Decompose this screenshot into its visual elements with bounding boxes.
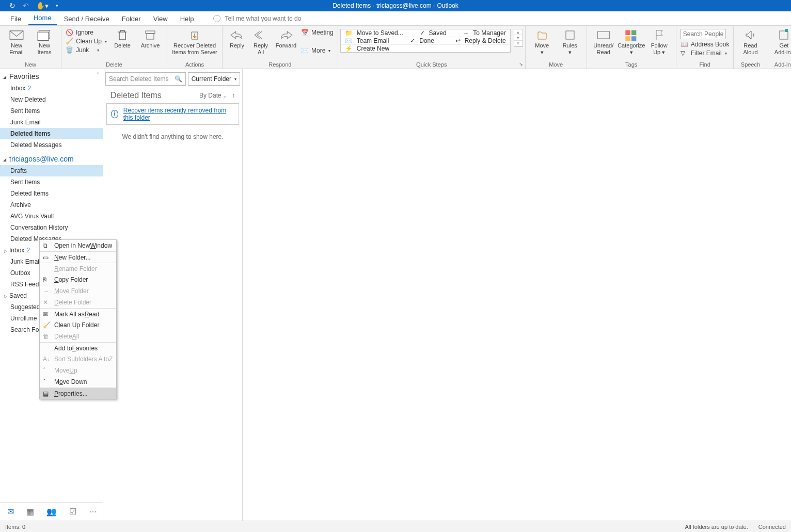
tab-folder[interactable]: Folder <box>117 12 146 25</box>
tab-help[interactable]: Help <box>175 12 199 25</box>
svg-rect-5 <box>566 31 574 39</box>
group-respond: Reply Reply All Forward 📅Meeting ✉️More▾… <box>223 26 338 69</box>
archive-button[interactable]: Archive <box>138 28 163 49</box>
undo-icon[interactable]: ↶ <box>23 2 29 10</box>
svg-rect-12 <box>785 29 788 32</box>
folder-context-menu: ⧉Open in New Window▭New Folder...Rename … <box>39 239 117 399</box>
ctx-clean-up-folder[interactable]: 🧹Clean Up Folder <box>40 319 116 331</box>
ctx-mark-all-as-read[interactable]: ✉Mark All as Read <box>40 308 116 319</box>
ctx-copy-folder[interactable]: ⎘Copy Folder <box>40 274 116 285</box>
up-icon: ˄ <box>43 367 50 374</box>
filter-email-button[interactable]: ▽Filter Email▾ <box>681 50 730 57</box>
group-new-label: New <box>4 60 57 69</box>
search-scope-dropdown[interactable]: Current Folder▾ <box>188 72 240 86</box>
sort-icon: A↓ <box>43 356 50 363</box>
group-actions: Recover Deleted Items from Server Action… <box>167 26 223 69</box>
window-title: Deleted Items - triciagoss@live.com - Ou… <box>333 2 458 9</box>
group-delete-label: Delete <box>66 60 163 69</box>
props-icon: ▤ <box>43 390 50 397</box>
tasks-icon[interactable]: ☑ <box>69 507 76 517</box>
copy-icon: ⎘ <box>43 276 50 283</box>
delete-button[interactable]: Delete <box>110 28 135 49</box>
more-nav-icon[interactable]: ⋯ <box>89 507 97 517</box>
tab-send-receive[interactable]: Send / Receive <box>59 12 115 25</box>
qat-dropdown-icon[interactable]: ▾ <box>56 3 58 8</box>
quicksteps-panel[interactable]: 📁Move to Saved...✓Saved→To Manager ✉️Tea… <box>340 29 511 53</box>
sort-button[interactable]: By Date ⌄ <box>199 92 227 99</box>
tree-deleted-items[interactable]: Deleted Items <box>0 188 103 199</box>
fav-junk-email[interactable]: Junk Email <box>0 117 103 128</box>
group-find: 📖Address Book ▽Filter Email▾ Find <box>676 26 734 69</box>
reply-button[interactable]: Reply <box>227 28 247 49</box>
svg-rect-2 <box>38 32 49 40</box>
group-respond-label: Respond <box>227 60 334 69</box>
fav-deleted-items[interactable]: Deleted Items <box>0 128 103 139</box>
message-list-pane: Search Deleted Items🔍 Current Folder▾ De… <box>103 69 243 521</box>
account-header[interactable]: triciagoss@live.com <box>0 151 103 165</box>
tab-view[interactable]: View <box>148 12 173 25</box>
fav-new-deleted[interactable]: New Deleted <box>0 94 103 105</box>
tree-archive[interactable]: Archive <box>0 199 103 211</box>
ctx-move-down[interactable]: ˅Move Down <box>40 376 116 388</box>
forward-button[interactable]: Forward <box>274 28 298 49</box>
ctx-add-to-favorites[interactable]: Add to Favorites <box>40 342 116 353</box>
junk-button[interactable]: 🗑️Junk▾ <box>66 46 107 54</box>
lightbulb-icon <box>213 15 220 22</box>
sort-ascending-icon[interactable]: ↑ <box>232 92 235 99</box>
read-aloud-button[interactable]: Read Aloud <box>738 28 763 55</box>
tell-me[interactable]: Tell me what you want to do <box>213 12 301 25</box>
ctx-new-folder-[interactable]: ▭New Folder... <box>40 251 116 263</box>
down-icon: ˅ <box>43 378 50 385</box>
fav-inbox[interactable]: Inbox2 <box>0 83 103 94</box>
tree-sent-items[interactable]: Sent Items <box>0 176 103 188</box>
categorize-button[interactable]: Categorize▾ <box>619 28 644 55</box>
ctx-open-in-new-window[interactable]: ⧉Open in New Window <box>40 240 116 251</box>
calendar-icon[interactable]: ▦ <box>26 507 34 517</box>
quicksteps-scroll[interactable]: ▴▾▿ <box>514 29 523 47</box>
tab-home[interactable]: Home <box>28 11 57 25</box>
search-folder-input[interactable]: Search Deleted Items🔍 <box>105 72 186 86</box>
tree-avg-virus-vault[interactable]: AVG Virus Vault <box>0 211 103 222</box>
cleanup-button[interactable]: 🧹Clean Up▾ <box>66 38 107 45</box>
svg-rect-8 <box>631 30 636 35</box>
tab-file[interactable]: File <box>5 12 26 25</box>
quicksteps-launcher-icon[interactable]: ↘ <box>519 61 523 67</box>
new-items-button[interactable]: New Items <box>32 28 57 55</box>
meeting-button[interactable]: 📅Meeting <box>301 29 334 36</box>
search-people-input[interactable] <box>681 29 726 39</box>
ctx-properties-[interactable]: ▤Properties... <box>40 388 116 399</box>
ignore-button[interactable]: 🚫Ignore <box>66 29 107 36</box>
recover-items-bar[interactable]: i Recover items recently removed from th… <box>106 103 239 125</box>
more-respond-button[interactable]: ✉️More▾ <box>301 47 334 54</box>
ctx-move-folder: →Move Folder <box>40 285 116 297</box>
people-icon[interactable]: 👥 <box>46 507 57 517</box>
mail-icon[interactable]: ✉ <box>7 507 14 517</box>
reply-all-button[interactable]: Reply All <box>250 28 271 55</box>
svg-rect-9 <box>625 36 630 41</box>
favorites-header[interactable]: Favorites <box>0 69 103 83</box>
followup-button[interactable]: Follow Up ▾ <box>647 28 672 55</box>
svg-rect-11 <box>780 31 788 39</box>
status-bar: Items: 0 All folders are up to date. Con… <box>0 521 791 532</box>
group-quicksteps-label: Quick Steps <box>416 61 447 68</box>
fav-deleted-messages[interactable]: Deleted Messages <box>0 139 103 151</box>
move-button[interactable]: Move▾ <box>530 28 555 55</box>
fav-sent-items[interactable]: Sent Items <box>0 105 103 117</box>
group-find-label: Find <box>681 60 730 69</box>
recover-deleted-button[interactable]: Recover Deleted Items from Server <box>171 28 218 55</box>
new-email-button[interactable]: New Email <box>4 28 29 55</box>
tree-conversation-history[interactable]: Conversation History <box>0 222 103 233</box>
collapse-pane-icon[interactable]: ‹ <box>97 70 99 76</box>
search-icon: 🔍 <box>175 75 182 83</box>
recover-link[interactable]: Recover items recently removed from this… <box>123 107 234 121</box>
sync-icon[interactable]: ↻ <box>9 2 15 10</box>
ctx-delete-all: 🗑Delete All <box>40 331 116 342</box>
tree-drafts[interactable]: Drafts <box>0 165 103 176</box>
address-book-button[interactable]: 📖Address Book <box>681 41 730 48</box>
touch-mode-icon[interactable]: ✋▾ <box>36 2 49 10</box>
rules-button[interactable]: Rules▾ <box>558 28 582 55</box>
unread-read-button[interactable]: Unread/ Read <box>591 28 616 55</box>
nav-bar: ✉ ▦ 👥 ☑ ⋯ <box>0 502 103 521</box>
get-addins-button[interactable]: Get Add-ins <box>771 28 791 55</box>
info-icon: i <box>111 110 118 118</box>
